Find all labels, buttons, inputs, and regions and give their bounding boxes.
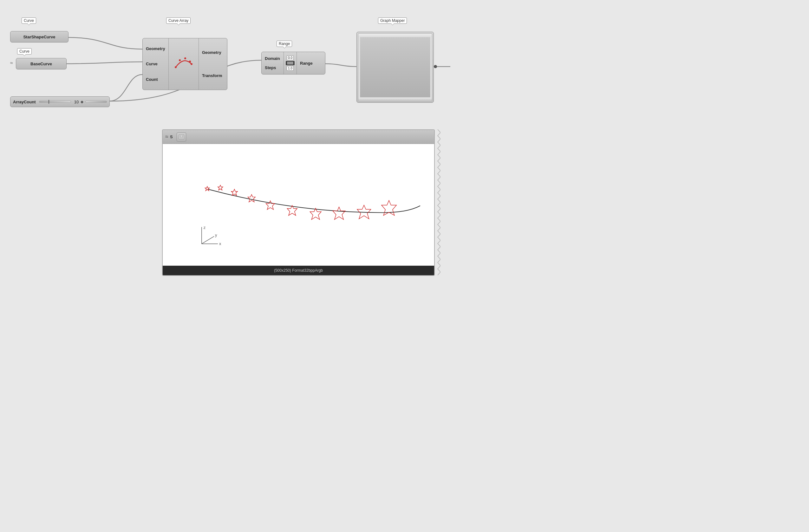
slider-diamond: ◆ [81, 100, 83, 104]
slider-value: 10 [74, 100, 79, 104]
graph-mapper-node[interactable] [357, 32, 434, 103]
range-label: Range [277, 40, 292, 47]
curve-array-label: Curve Array [166, 17, 191, 24]
svg-marker-14 [248, 195, 255, 202]
svg-marker-13 [231, 189, 238, 196]
svg-point-0 [175, 66, 177, 68]
svg-marker-19 [357, 205, 371, 219]
base-curve-label: Curve [17, 48, 32, 55]
star-shape-curve-label: Curve [21, 17, 36, 24]
svg-rect-9 [182, 135, 183, 137]
svg-point-4 [191, 63, 192, 65]
port-geometry-out: Geometry [202, 50, 224, 55]
viewport-footer: (500x250) Format32bppArgb [163, 266, 434, 275]
graph-mapper-label: Graph Mapper [378, 17, 407, 24]
svg-point-2 [184, 57, 186, 59]
base-curve-node[interactable]: BaseCurve [16, 58, 67, 69]
array-count-label: ArrayCount [13, 100, 36, 104]
viewport-signal-icon: ≈ [165, 134, 168, 140]
slider-track[interactable] [39, 101, 71, 103]
curve-array-icon [169, 38, 199, 90]
svg-text:x: x [219, 241, 221, 246]
steps-value-top: 0.0 [287, 55, 294, 60]
graph-mapper-canvas [358, 33, 432, 101]
base-curve-signal-icon: ≈ [10, 60, 12, 66]
svg-point-3 [189, 60, 191, 63]
svg-marker-11 [205, 187, 210, 191]
steps-value-bot: 1.0 [287, 66, 294, 71]
viewport-right-border [435, 129, 441, 276]
port-transform-out: Transform [202, 73, 224, 78]
curve-array-right-ports: Geometry Transform [199, 38, 227, 90]
port-geometry-in: Geometry [146, 46, 165, 51]
graph-mapper-right-port [434, 65, 437, 68]
svg-rect-10 [179, 137, 183, 139]
svg-marker-18 [333, 207, 345, 219]
svg-line-23 [202, 236, 214, 244]
viewport-body: z y x [163, 144, 434, 266]
svg-rect-8 [179, 135, 181, 137]
slider-track-right[interactable] [85, 101, 107, 103]
port-count-in: Count [146, 77, 165, 82]
viewport-preview-btn[interactable] [177, 132, 186, 141]
curve-array-left-ports: Geometry Curve Count [143, 38, 169, 90]
domain-range-node[interactable]: Domain Steps 0.0 1.0 Range [261, 52, 325, 74]
svg-marker-20 [381, 200, 396, 215]
port-range-out: Range [300, 61, 313, 66]
svg-marker-15 [266, 201, 275, 210]
viewport-header: ≈ S [163, 130, 434, 144]
port-steps-in: Steps [265, 65, 280, 70]
viewport-s-label: S [170, 135, 173, 139]
svg-point-1 [179, 59, 181, 61]
port-curve-in: Curve [146, 61, 165, 66]
array-count-node[interactable]: ArrayCount 10 ◆ [10, 96, 110, 107]
svg-marker-12 [218, 185, 223, 190]
port-domain-in: Domain [265, 56, 280, 61]
svg-marker-17 [310, 208, 321, 219]
star-shape-curve-node[interactable]: StarShapeCurve [10, 31, 69, 42]
svg-text:y: y [215, 233, 217, 237]
svg-text:z: z [204, 225, 206, 230]
viewport-panel: ≈ S [162, 129, 435, 276]
svg-rect-6 [360, 37, 430, 97]
curve-array-node[interactable]: Geometry Curve Count Geometry Transform [142, 38, 227, 90]
